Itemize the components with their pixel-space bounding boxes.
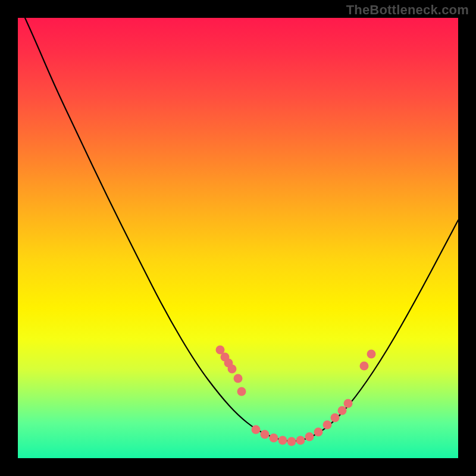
data-marker	[344, 399, 353, 408]
data-marker	[278, 436, 287, 445]
data-marker	[252, 425, 261, 434]
data-marker	[331, 414, 340, 422]
data-marker	[360, 362, 369, 371]
chart-frame: TheBottleneck.com	[0, 0, 476, 476]
plot-area	[18, 18, 458, 458]
data-marker	[323, 421, 332, 430]
data-marker	[270, 434, 278, 443]
data-marker	[234, 374, 243, 383]
data-marker	[296, 436, 305, 445]
data-marker	[367, 350, 376, 359]
data-marker	[314, 428, 323, 437]
data-marker	[237, 387, 246, 396]
data-marker	[305, 433, 314, 441]
data-marker	[338, 406, 347, 415]
chart-svg	[18, 18, 458, 458]
data-marker	[287, 437, 296, 446]
watermark-label: TheBottleneck.com	[346, 2, 469, 18]
data-marker	[261, 430, 270, 439]
data-marker	[228, 365, 237, 374]
